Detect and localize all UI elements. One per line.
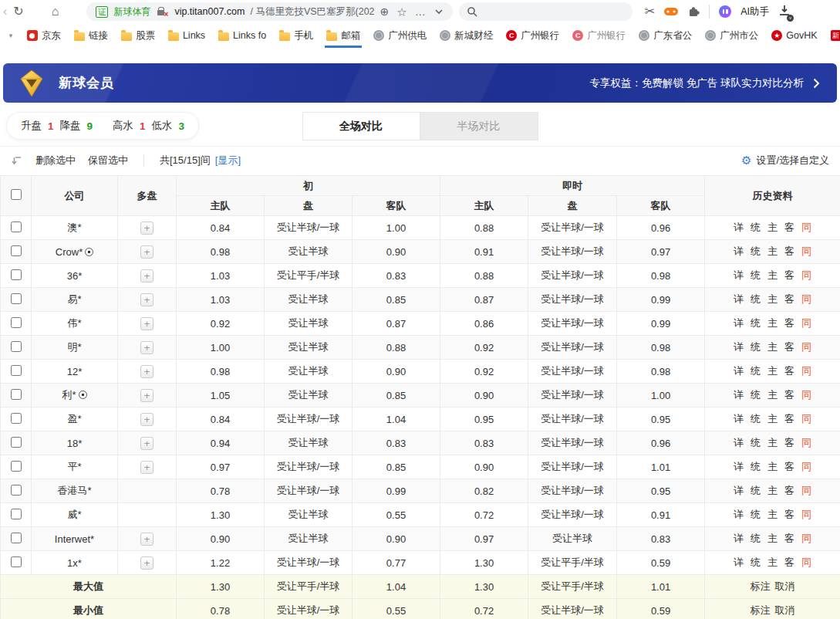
home-icon[interactable]: ⌂ <box>52 5 59 18</box>
history-link[interactable]: 主 <box>767 556 778 568</box>
history-link[interactable]: 主 <box>767 461 778 472</box>
company-name[interactable]: 香港马* <box>57 485 91 496</box>
locate-icon[interactable]: ⊕ <box>380 6 390 17</box>
company-name[interactable]: Crow* <box>56 246 83 258</box>
bookmarks-overflow-icon[interactable]: ▼ <box>8 32 14 39</box>
expand-multi-button[interactable]: + <box>140 556 153 570</box>
company-name[interactable]: 12* <box>67 366 83 377</box>
history-link[interactable]: 客 <box>784 461 794 472</box>
tab-full-match[interactable]: 全场对比 <box>302 112 420 140</box>
row-checkbox[interactable] <box>11 245 22 256</box>
expand-multi-button[interactable]: + <box>140 413 153 426</box>
history-link[interactable]: 详 <box>734 413 744 425</box>
company-name[interactable]: 18* <box>67 438 83 449</box>
history-link[interactable]: 主 <box>767 317 778 329</box>
bookmark-item[interactable]: 广州市公 <box>705 29 758 42</box>
history-link[interactable]: 主 <box>767 437 778 448</box>
ai-assistant-icon[interactable] <box>719 5 731 18</box>
history-link[interactable]: 详 <box>734 293 744 305</box>
same-odds-link[interactable]: 同 <box>801 222 811 233</box>
row-checkbox[interactable] <box>11 317 22 328</box>
select-all-checkbox[interactable] <box>11 189 22 200</box>
bookmark-item[interactable]: 股票 <box>121 29 155 42</box>
history-link[interactable]: 统 <box>751 413 761 425</box>
history-link[interactable]: 详 <box>734 269 744 281</box>
ai-assistant-label[interactable]: AI助手 <box>740 5 769 19</box>
same-odds-link[interactable]: 同 <box>801 293 811 305</box>
same-odds-link[interactable]: 同 <box>801 533 811 544</box>
row-checkbox[interactable] <box>11 293 22 304</box>
history-link[interactable]: 详 <box>734 317 744 329</box>
keep-selected-button[interactable]: 保留选中 <box>88 154 128 167</box>
scissors-icon[interactable]: ✂ <box>645 5 655 18</box>
company-name[interactable]: 澳* <box>67 222 81 233</box>
history-link[interactable]: 统 <box>751 389 761 401</box>
history-link[interactable]: 主 <box>767 365 778 377</box>
history-link[interactable]: 客 <box>784 365 794 377</box>
company-name[interactable]: 平* <box>67 461 81 472</box>
history-link[interactable]: 客 <box>784 556 794 568</box>
history-link[interactable]: 客 <box>784 317 794 329</box>
expand-multi-button[interactable]: + <box>140 365 153 378</box>
history-link[interactable]: 统 <box>751 533 761 544</box>
search-box[interactable] <box>459 2 633 21</box>
same-odds-link[interactable]: 同 <box>801 341 811 353</box>
history-link[interactable]: 详 <box>734 461 744 472</box>
row-checkbox[interactable] <box>11 533 22 543</box>
history-link[interactable]: 客 <box>784 269 794 281</box>
bookmark-item[interactable]: 手机 <box>279 29 313 42</box>
expand-multi-button[interactable]: + <box>140 437 153 450</box>
history-link[interactable]: 详 <box>734 222 744 233</box>
history-link[interactable]: 详 <box>734 485 744 496</box>
expand-multi-button[interactable]: + <box>140 317 153 330</box>
same-odds-link[interactable]: 同 <box>801 556 811 568</box>
row-checkbox[interactable] <box>11 389 22 400</box>
bookmark-item[interactable]: C广州银行 <box>572 29 626 42</box>
expand-multi-button[interactable]: + <box>140 533 153 546</box>
summary-action-link[interactable]: 标注 <box>751 580 771 592</box>
row-checkbox[interactable] <box>11 222 22 232</box>
history-link[interactable]: 主 <box>767 533 778 544</box>
same-odds-link[interactable]: 同 <box>801 509 811 520</box>
company-name[interactable]: 盈* <box>67 413 81 425</box>
row-checkbox[interactable] <box>11 341 22 352</box>
history-link[interactable]: 主 <box>767 413 778 425</box>
back-icon[interactable]: ‹ <box>3 5 7 18</box>
history-link[interactable]: 主 <box>767 509 778 520</box>
show-link[interactable]: [显示] <box>215 154 241 167</box>
row-checkbox[interactable] <box>11 556 22 567</box>
address-bar[interactable]: 证 新球体育 vip.titan007.com / 马德里竞技VS巴塞罗那(20… <box>86 2 452 21</box>
history-link[interactable]: 统 <box>751 509 761 520</box>
history-link[interactable]: 客 <box>784 341 794 353</box>
row-checkbox[interactable] <box>11 413 22 424</box>
bookmark-item[interactable]: 京东 <box>27 29 61 42</box>
expand-multi-button[interactable]: + <box>140 341 153 354</box>
history-link[interactable]: 主 <box>767 245 778 257</box>
history-link[interactable]: 客 <box>784 245 794 257</box>
expand-multi-button[interactable]: + <box>140 222 153 235</box>
history-link[interactable]: 统 <box>751 245 761 257</box>
history-link[interactable]: 统 <box>751 485 761 496</box>
company-name[interactable]: 利* <box>62 389 76 401</box>
history-link[interactable]: 主 <box>767 485 778 496</box>
expand-multi-button[interactable]: + <box>140 245 153 259</box>
same-odds-link[interactable]: 同 <box>801 413 811 425</box>
expand-multi-button[interactable]: + <box>140 269 153 282</box>
bookmark-item[interactable]: 广东省公 <box>639 29 692 42</box>
bookmark-item[interactable]: C广州银行 <box>506 29 559 42</box>
row-checkbox[interactable] <box>11 269 22 280</box>
same-odds-link[interactable]: 同 <box>801 437 811 448</box>
settings-customize-button[interactable]: ⚙ 设置/选择自定义 <box>741 154 829 167</box>
row-checkbox[interactable] <box>11 437 22 448</box>
history-link[interactable]: 详 <box>734 341 744 353</box>
history-link[interactable]: 详 <box>734 509 744 520</box>
bookmark-item[interactable]: ★GovHK <box>771 30 817 41</box>
expand-multi-button[interactable]: + <box>140 389 153 402</box>
banner-arrow-icon[interactable] <box>813 78 820 89</box>
row-checkbox[interactable] <box>11 485 22 496</box>
same-odds-link[interactable]: 同 <box>801 245 811 257</box>
history-link[interactable]: 统 <box>751 461 761 472</box>
history-link[interactable]: 详 <box>734 556 744 568</box>
bookmark-item[interactable]: 广州供电 <box>373 29 427 42</box>
row-checkbox[interactable] <box>11 509 22 519</box>
